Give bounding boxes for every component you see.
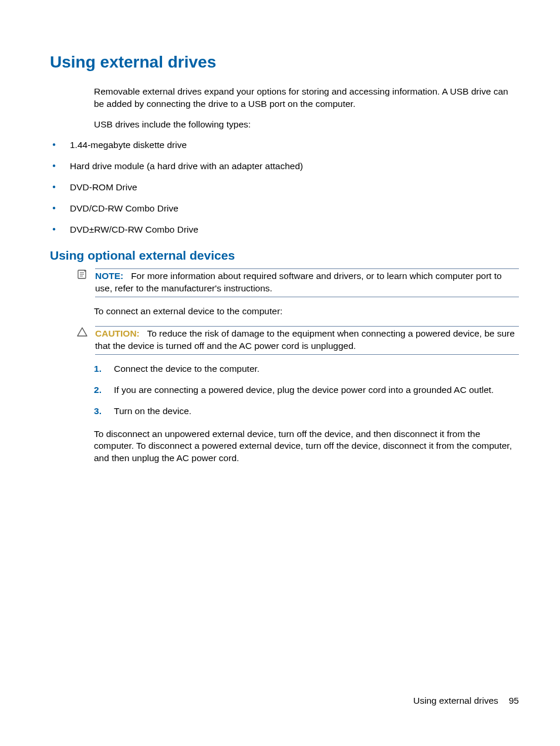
- page-footer: Using external drives95: [413, 695, 519, 706]
- caution-text: To reduce the risk of damage to the equi…: [95, 328, 515, 351]
- list-item: DVD-ROM Drive: [50, 182, 519, 193]
- note-icon: [76, 269, 90, 282]
- connect-intro: To connect an external device to the com…: [94, 305, 519, 318]
- list-item: DVD±RW/CD-RW Combo Drive: [50, 224, 519, 236]
- list-item: Hard drive module (a hard drive with an …: [50, 160, 519, 172]
- steps-list: Connect the device to the computer. If y…: [94, 363, 519, 417]
- section-heading: Using optional external devices: [50, 248, 519, 263]
- note-body: NOTE: For more information about require…: [95, 268, 519, 297]
- page-number: 95: [509, 695, 519, 705]
- list-intro: USB drives include the following types:: [94, 119, 519, 131]
- disconnect-paragraph: To disconnect an unpowered external devi…: [94, 428, 519, 465]
- list-item: Turn on the device.: [94, 405, 519, 417]
- caution-body: CAUTION: To reduce the risk of damage to…: [95, 326, 519, 355]
- footer-label: Using external drives: [413, 695, 498, 705]
- drive-types-list: 1.44-megabyte diskette drive Hard drive …: [50, 139, 519, 236]
- caution-label: CAUTION:: [95, 328, 140, 338]
- list-item: DVD/CD-RW Combo Drive: [50, 203, 519, 214]
- caution-callout: CAUTION: To reduce the risk of damage to…: [76, 326, 519, 355]
- page-title: Using external drives: [50, 53, 519, 72]
- list-item: 1.44-megabyte diskette drive: [50, 139, 519, 151]
- list-item: Connect the device to the computer.: [94, 363, 519, 375]
- list-item: If you are connecting a powered device, …: [94, 384, 519, 396]
- note-label: NOTE:: [95, 271, 123, 281]
- caution-icon: [76, 327, 90, 340]
- intro-paragraph: Removable external drives expand your op…: [94, 86, 519, 110]
- note-text: For more information about required soft…: [95, 271, 502, 293]
- note-callout: NOTE: For more information about require…: [76, 268, 519, 297]
